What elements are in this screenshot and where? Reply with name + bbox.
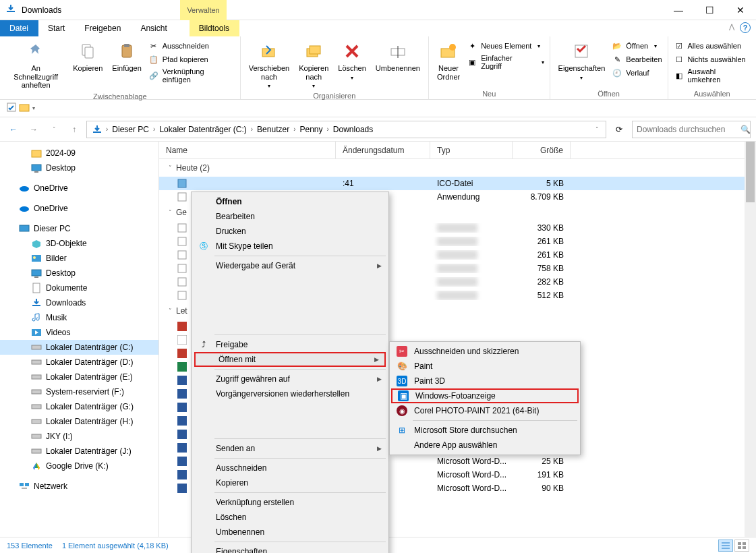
open-button[interactable]: 📂Öffnen ▾ <box>612 40 662 51</box>
nav-item[interactable]: Desktop <box>0 266 158 281</box>
icons-view-button[interactable] <box>734 540 749 552</box>
tab-start[interactable]: Start <box>38 20 75 36</box>
ctx-rename[interactable]: Umbenennen <box>193 525 387 540</box>
pin-to-quickaccess-button[interactable]: An Schnellzugriff anheften <box>5 39 66 91</box>
minimize-button[interactable]: — <box>663 0 694 20</box>
nav-item[interactable]: Netzwerk <box>0 479 158 494</box>
nav-item[interactable]: Lokaler Datenträger (H:) <box>0 414 158 429</box>
ctx-print[interactable]: Drucken <box>193 224 387 239</box>
nav-item[interactable]: OneDrive <box>0 181 158 196</box>
nav-item[interactable]: OneDrive <box>0 201 158 216</box>
ctx-share[interactable]: ⤴Freigabe <box>193 337 387 352</box>
ctx-open[interactable]: Öffnen <box>193 194 387 209</box>
collapse-ribbon-icon[interactable]: ⋀ <box>729 23 734 30</box>
paste-button[interactable]: Einfügen <box>109 39 144 74</box>
up-button[interactable]: ↑ <box>66 121 82 138</box>
history-button[interactable]: 🕘Verlauf <box>612 67 662 78</box>
ctx-cut[interactable]: Ausschneiden <box>193 461 387 475</box>
crumb-c[interactable]: Lokaler Datenträger (C:) <box>156 125 249 134</box>
invert-selection-button[interactable]: ◧Auswahl umkehren <box>674 67 751 84</box>
ow-paint3d[interactable]: 3DPaint 3D <box>391 374 579 388</box>
ctx-copy[interactable]: Kopieren <box>193 475 387 490</box>
ctx-restore[interactable]: Vorgängerversionen wiederherstellen <box>193 386 387 401</box>
crumb-this-pc[interactable]: Dieser PC <box>109 125 152 134</box>
ctx-grant-access[interactable]: Zugriff gewähren auf▶ <box>193 372 387 386</box>
ctx-skype[interactable]: ⓈMit Skype teilen <box>193 239 387 254</box>
delete-button[interactable]: Löschen▾ <box>335 39 369 82</box>
breadcrumb-dropdown[interactable]: ˅ <box>591 126 603 133</box>
details-view-button[interactable] <box>718 540 733 552</box>
easy-access-button[interactable]: ▣Einfacher Zugriff ▾ <box>467 54 544 70</box>
nav-item[interactable]: Lokaler Datenträger (J:) <box>0 444 158 459</box>
nav-item[interactable]: Lokaler Datenträger (C:) <box>0 340 158 355</box>
ctx-create-shortcut[interactable]: Verknüpfung erstellen <box>193 495 387 510</box>
ow-corel[interactable]: ◉Corel PHOTO-PAINT 2021 (64-Bit) <box>391 403 579 418</box>
rename-button[interactable]: Umbenennen <box>373 39 423 74</box>
ctx-send-to[interactable]: Senden an▶ <box>193 441 387 456</box>
nav-item[interactable]: Downloads <box>0 295 158 310</box>
maximize-button[interactable]: ☐ <box>694 0 725 20</box>
back-button[interactable]: ← <box>5 121 22 138</box>
properties-button[interactable]: Eigenschaften▾ <box>556 39 608 82</box>
file-row[interactable]: :41ICO-Datei5 KB <box>159 177 756 190</box>
nav-item[interactable]: Videos <box>0 325 158 340</box>
ctx-playback[interactable]: Wiedergabe auf Gerät▶ <box>193 258 387 273</box>
tab-view[interactable]: Ansicht <box>131 20 177 36</box>
select-none-button[interactable]: ☐Nichts auswählen <box>674 54 751 65</box>
copy-to-button[interactable]: Kopieren nach▾ <box>296 39 331 90</box>
help-icon[interactable]: ? <box>740 22 751 33</box>
nav-item[interactable]: Lokaler Datenträger (D:) <box>0 355 158 370</box>
nav-item[interactable]: Bilder <box>0 251 158 266</box>
crumb-downloads[interactable]: Downloads <box>330 125 376 134</box>
col-type[interactable]: Typ <box>430 142 513 158</box>
ow-other[interactable]: Andere App auswählen <box>391 438 579 453</box>
crumb-user[interactable]: Penny <box>297 125 325 134</box>
preview-pane-button[interactable] <box>7 103 16 114</box>
col-date[interactable]: Änderungsdatum <box>336 142 430 158</box>
scrollbar-vertical[interactable] <box>745 142 756 537</box>
nav-item[interactable]: Lokaler Datenträger (G:) <box>0 399 158 414</box>
ctx-open-with[interactable]: Öffnen mit▶ <box>194 352 386 367</box>
ctx-edit[interactable]: Bearbeiten <box>193 209 387 224</box>
column-headers[interactable]: Name Änderungsdatum Typ Größe <box>159 142 756 159</box>
refresh-button[interactable]: ⟳ <box>610 121 628 138</box>
nav-item[interactable]: Desktop <box>0 161 158 175</box>
close-button[interactable]: ✕ <box>725 0 756 20</box>
crumb-users[interactable]: Benutzer <box>254 125 292 134</box>
nav-item[interactable]: Dokumente <box>0 281 158 295</box>
forward-button[interactable]: → <box>26 121 42 138</box>
search-box[interactable]: 🔍 <box>632 121 751 138</box>
move-to-button[interactable]: Verschieben nach▾ <box>246 39 293 90</box>
ctx-delete[interactable]: Löschen <box>193 510 387 525</box>
col-size[interactable]: Größe <box>513 142 571 158</box>
navigation-pane[interactable]: 2024-09DesktopOneDriveOneDriveDieser PC3… <box>0 142 159 537</box>
copy-button[interactable]: Kopieren <box>70 39 105 74</box>
nav-item[interactable]: 2024-09 <box>0 146 158 161</box>
select-all-button[interactable]: ☑Alles auswählen <box>674 40 751 51</box>
new-item-button[interactable]: ✦Neues Element ▾ <box>467 40 544 51</box>
nav-item[interactable]: 3D-Objekte <box>0 236 158 251</box>
context-menu[interactable]: Öffnen Bearbeiten Drucken ⓈMit Skype tei… <box>191 192 389 553</box>
breadcrumb[interactable]: › Dieser PC› Lokaler Datenträger (C:)› B… <box>86 121 606 138</box>
ctx-properties[interactable]: Eigenschaften <box>193 544 387 553</box>
tab-file[interactable]: Datei <box>0 20 38 36</box>
nav-item[interactable]: Google Drive (K:) <box>0 459 158 473</box>
nav-item[interactable]: Lokaler Datenträger (E:) <box>0 370 158 384</box>
col-name[interactable]: Name <box>159 142 336 158</box>
ow-paint[interactable]: 🎨Paint <box>391 359 579 374</box>
tab-bildtools[interactable]: Bildtools <box>190 20 239 36</box>
tab-share[interactable]: Freigeben <box>75 20 131 36</box>
ow-photoviewer[interactable]: ▣Windows-Fotoanzeige <box>391 388 579 403</box>
open-with-submenu[interactable]: ✂Ausschneiden und skizzieren 🎨Paint 3DPa… <box>389 341 581 455</box>
ow-store[interactable]: ⊞Microsoft Store durchsuchen <box>391 423 579 438</box>
nav-item[interactable]: JKY (I:) <box>0 429 158 444</box>
copy-path-button[interactable]: 📋Pfad kopieren <box>148 54 235 65</box>
scrollbar-thumb[interactable] <box>746 142 755 202</box>
new-folder-button[interactable]: Neuer Ordner <box>434 39 463 82</box>
cut-button[interactable]: ✂Ausschneiden <box>148 40 235 51</box>
group-header[interactable]: ˅Heute (2) <box>159 159 756 177</box>
nav-item[interactable]: System-reserviert (F:) <box>0 384 158 399</box>
nav-item[interactable]: Dieser PC <box>0 221 158 236</box>
edit-button[interactable]: ✎Bearbeiten <box>612 54 662 65</box>
dropdown-icon[interactable]: ▾ <box>32 105 35 111</box>
